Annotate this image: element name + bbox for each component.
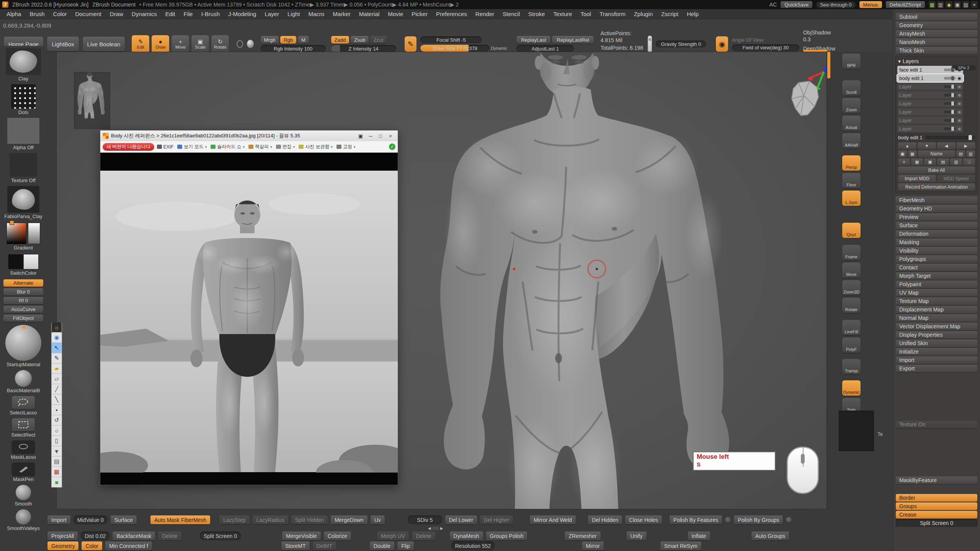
scale-mode-button[interactable]: ▣ Scale [191, 35, 209, 53]
displayproperties-section[interactable]: Display Properties [896, 331, 977, 339]
groups-polish-button[interactable]: Groups Polish [486, 531, 528, 540]
mrgb-button[interactable]: Mrgb [261, 36, 279, 44]
zoom3d-button[interactable]: Zoom3D [842, 280, 861, 295]
layer-mode-2[interactable]: ▦ [911, 158, 923, 165]
split-hidden-button[interactable]: Split Hidden [291, 515, 328, 524]
thickskin-section[interactable]: Thick Skin [896, 47, 977, 54]
swatch-green-icon[interactable]: ■ [51, 477, 62, 487]
deformation-section[interactable]: Deformation [896, 230, 977, 238]
polish-features-toggle[interactable] [725, 517, 731, 523]
surface-section[interactable]: Surface [896, 222, 977, 229]
texturemap-section[interactable]: Texture Map [896, 297, 977, 305]
z-intensity-slider[interactable]: Z Intensity 14 [331, 45, 396, 52]
menu-item[interactable]: Dynamics [127, 9, 161, 19]
menus-button[interactable]: Menus [859, 1, 882, 8]
highlighter-icon[interactable]: ▰ [51, 364, 62, 374]
angle-of-view-icon[interactable]: ◉ [716, 36, 728, 52]
saturation-value-square[interactable] [7, 223, 26, 244]
actual-button[interactable]: Actual [842, 116, 861, 131]
current-material-thumbnail[interactable] [7, 186, 39, 213]
minimize-button[interactable]: ─ [366, 132, 376, 140]
layer-duplicate-button[interactable]: ▦ [908, 150, 917, 157]
delmt-button[interactable]: DelMT [313, 541, 336, 550]
layer-visibility-icon[interactable]: ◉ [957, 118, 961, 123]
layer-intensity-slider[interactable] [944, 85, 956, 88]
layer-intensity-slider[interactable] [944, 94, 956, 96]
draw-mode-button[interactable]: ● Draw [152, 35, 169, 53]
aahalf-button[interactable]: AAHalf [842, 133, 861, 148]
accucurve-button[interactable]: AccuCurve [3, 306, 43, 313]
geometryhd-section[interactable]: Geometry HD [896, 205, 977, 212]
polygroups-section[interactable]: Polygroups [896, 255, 977, 263]
current-brush-thumbnail[interactable] [6, 48, 41, 75]
zsub-button[interactable]: Zsub [351, 36, 369, 44]
delete-uv-button[interactable]: Delete [412, 531, 435, 540]
pin-button[interactable]: ▣ [356, 132, 366, 140]
layer-mode-1[interactable]: ≡ [898, 158, 910, 165]
default-zscript-button[interactable]: DefaultZScript [886, 1, 925, 8]
pen-icon[interactable]: ✎ [51, 353, 62, 364]
smooth-brush-thumbnail[interactable] [16, 485, 31, 500]
menu-item[interactable]: Material [355, 9, 384, 19]
layer-row[interactable]: Layer ◉ [897, 99, 963, 107]
active-layer-slider[interactable] [925, 136, 975, 139]
menu-item[interactable]: Tool [577, 9, 596, 19]
sculpted-model[interactable] [440, 52, 729, 509]
menu-item[interactable]: Help [683, 9, 703, 19]
menu-item[interactable]: Stencil [498, 9, 524, 19]
arraymesh-section[interactable]: ArrayMesh [896, 30, 977, 37]
import-button[interactable]: Import [47, 515, 70, 524]
layer-mode-6[interactable]: □ [963, 158, 975, 165]
layer-visibility-icon[interactable]: ◉ [957, 84, 961, 89]
grid-icon[interactable]: ▦ [929, 1, 936, 8]
border-button[interactable]: Border [896, 494, 977, 502]
layer-intensity-slider[interactable] [944, 77, 956, 80]
contact-section[interactable]: Contact [896, 264, 977, 271]
uvmap-section[interactable]: UV Map [896, 289, 977, 297]
dist-slider[interactable]: Dist 0.02 [81, 531, 109, 540]
nanomesh-section[interactable]: NanoMesh [896, 38, 977, 46]
trash-icon[interactable]: ▯ [51, 436, 62, 446]
mdd-speed-slider[interactable]: MDD Speed [937, 175, 975, 182]
layer-row[interactable]: Layer ◉ [897, 83, 963, 90]
cursor-icon[interactable]: ↖ [51, 343, 62, 353]
value-bar[interactable] [28, 223, 40, 244]
layers-header[interactable]: ▾ Layers [897, 57, 977, 65]
canvas-vertical-scrollbar[interactable] [827, 52, 830, 509]
dot-icon[interactable]: • [51, 405, 62, 415]
morphtarget-section[interactable]: Morph Target [896, 272, 977, 280]
layer-visibility-icon[interactable]: ◉ [957, 109, 961, 114]
transp-button[interactable]: Transp [842, 359, 861, 374]
frame-button[interactable]: Frame [842, 245, 861, 260]
automask-fibermesh-button[interactable]: Auto Mask FiberMesh [150, 515, 210, 524]
ruler-icon[interactable]: ╱ [51, 384, 62, 395]
brush-settings-icon[interactable]: ✎ [405, 36, 417, 52]
storemt-button[interactable]: StoreMT [281, 541, 310, 550]
menu-item[interactable]: Zplugin [630, 9, 657, 19]
visibility-section[interactable]: Visibility [896, 247, 977, 254]
delete-button[interactable]: Delete [158, 531, 181, 540]
layer-row[interactable]: body edit 1 ◉ [897, 74, 963, 82]
replay-last-button[interactable]: ReplayLast [516, 36, 550, 44]
edit-menu-button[interactable]: 편집 ▾ [276, 143, 295, 150]
basic-material-thumbnail[interactable] [15, 370, 32, 387]
mask-lasso-icon[interactable] [12, 440, 35, 453]
dynamesh-button[interactable]: DynaMesh [450, 531, 483, 540]
bake-all-button[interactable]: Bake All [898, 166, 975, 174]
layer-row[interactable]: Layer ◉ [897, 91, 963, 99]
polypaint-section[interactable]: Polypaint [896, 280, 977, 288]
layer-mode-4[interactable]: ▤ [937, 158, 949, 165]
see-through-slider[interactable]: See-through 0 [816, 1, 855, 8]
stroke-ring-icon[interactable] [237, 40, 243, 48]
layer-intensity-slider[interactable] [944, 111, 956, 113]
texture-on-button[interactable]: Texture On [896, 421, 977, 428]
alternate-button[interactable]: Alternate [3, 279, 43, 287]
del-lower-button[interactable]: Del Lower [445, 515, 477, 524]
import-section[interactable]: Import [896, 356, 977, 364]
geometry-toggle[interactable]: Geometry [47, 541, 78, 550]
menu-item[interactable]: Color [49, 9, 71, 19]
rgb-intensity-slider[interactable]: Rgb Intensity 100 [261, 45, 326, 52]
displacementmap-section[interactable]: Displacement Map [896, 306, 977, 313]
layer-prev-button[interactable]: ◀ [937, 142, 956, 149]
layer-up-button[interactable]: ▲ [898, 142, 916, 149]
